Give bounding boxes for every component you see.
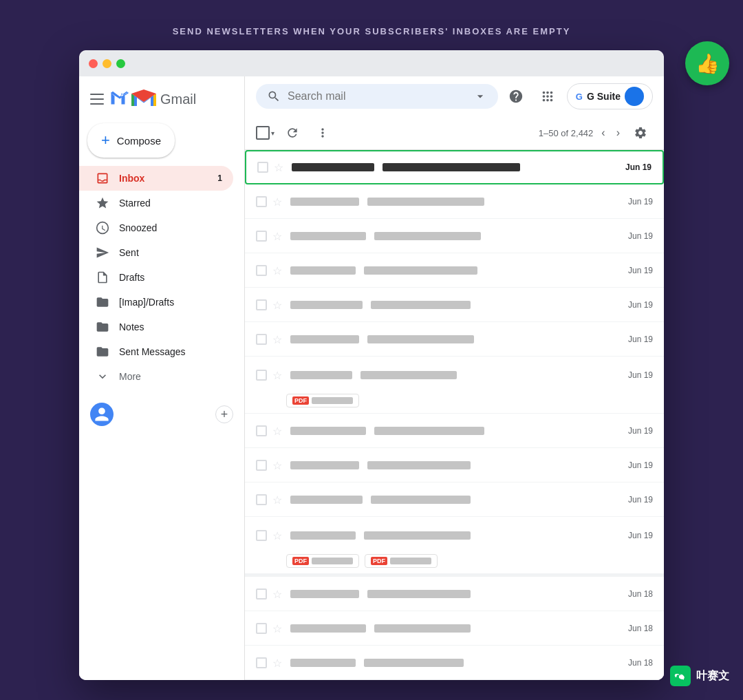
email-row[interactable]: ☆ Jun 19 <box>245 219 664 253</box>
email-checkbox[interactable] <box>256 460 267 471</box>
email-star-icon[interactable]: ☆ <box>272 230 285 242</box>
pdf-attachment[interactable]: PDF <box>286 394 359 407</box>
select-dropdown-arrow[interactable]: ▾ <box>271 129 274 137</box>
browser-titlebar <box>79 50 664 76</box>
page-headline: SEND NEWSLETTERS WHEN YOUR SUBSCRIBERS' … <box>0 0 743 50</box>
attachment-area: PDF <box>245 391 664 413</box>
email-body <box>290 590 623 598</box>
inbox-icon <box>96 171 109 185</box>
sidebar-item-drafts[interactable]: Drafts <box>79 265 233 290</box>
email-row[interactable]: ☆ Jun 19 <box>245 253 664 288</box>
email-star-icon[interactable]: ☆ <box>272 299 285 311</box>
sidebar-item-sent-messages[interactable]: Sent Messages <box>79 339 233 364</box>
email-star-icon[interactable]: ☆ <box>272 529 285 542</box>
sidebar-item-inbox[interactable]: Inbox 1 <box>79 166 233 191</box>
email-checkbox[interactable] <box>256 265 267 276</box>
search-bar[interactable] <box>256 84 498 109</box>
sidebar-item-imap-drafts[interactable]: [Imap]/Drafts <box>79 290 233 315</box>
sidebar-item-starred[interactable]: Starred <box>79 191 233 215</box>
apps-button[interactable] <box>535 84 560 109</box>
thumbs-up-badge: 👍 <box>685 41 729 85</box>
email-star-icon[interactable]: ☆ <box>272 333 285 346</box>
select-all-checkbox[interactable] <box>256 126 270 140</box>
email-checkbox[interactable] <box>257 162 268 173</box>
email-subject <box>371 301 471 309</box>
email-row[interactable]: ☆ Jun 18 <box>245 577 664 611</box>
email-checkbox[interactable] <box>256 334 267 345</box>
user-avatar[interactable] <box>90 403 114 426</box>
pdf-filename <box>312 558 353 564</box>
email-subject <box>367 198 484 206</box>
email-star-icon[interactable]: ☆ <box>274 161 286 173</box>
email-star-icon[interactable]: ☆ <box>272 622 285 635</box>
dot-maximize[interactable] <box>116 59 125 68</box>
email-star-icon[interactable]: ☆ <box>272 425 285 437</box>
email-star-icon[interactable]: ☆ <box>272 657 285 669</box>
email-body <box>290 427 623 435</box>
dot-minimize[interactable] <box>103 59 111 68</box>
add-account-button[interactable]: + <box>215 405 233 423</box>
hamburger-menu-icon[interactable] <box>90 94 104 105</box>
imap-drafts-label: [Imap]/Drafts <box>119 297 174 308</box>
email-checkbox[interactable] <box>256 494 267 505</box>
compose-button[interactable]: + Compose <box>87 123 175 158</box>
email-row-with-double-attachment[interactable]: ☆ Jun 19 PDF PDF <box>245 517 664 574</box>
email-date: Jun 19 <box>628 266 653 275</box>
email-star-icon[interactable]: ☆ <box>272 588 285 600</box>
email-body <box>290 232 623 240</box>
search-input[interactable] <box>288 90 466 103</box>
email-row[interactable]: ☆ Jun 19 <box>245 414 664 448</box>
browser-window: Gmail + Compose Inbox 1 Starred <box>79 50 664 680</box>
next-page-button[interactable]: › <box>614 124 623 142</box>
sidebar-item-snoozed[interactable]: Snoozed <box>79 215 233 240</box>
pdf-attachment-1[interactable]: PDF <box>286 554 359 568</box>
email-subject <box>364 659 464 667</box>
email-checkbox[interactable] <box>256 425 267 436</box>
email-sender <box>290 232 366 240</box>
gmail-header: Gmail <box>79 82 244 120</box>
sidebar-item-notes[interactable]: Notes <box>79 315 233 339</box>
pdf-attachment-2[interactable]: PDF <box>365 554 438 568</box>
email-row[interactable]: ☆ Jun 19 <box>245 448 664 482</box>
refresh-button[interactable] <box>280 120 305 145</box>
gsuite-avatar <box>625 87 644 106</box>
email-star-icon[interactable]: ☆ <box>272 195 285 208</box>
email-row[interactable]: ☆ Jun 19 <box>245 288 664 322</box>
email-checkbox[interactable] <box>256 657 267 668</box>
email-checkbox[interactable] <box>256 623 267 634</box>
prev-page-button[interactable]: ‹ <box>599 124 607 142</box>
email-checkbox[interactable] <box>256 299 267 310</box>
more-options-button[interactable] <box>310 120 335 145</box>
email-row: ☆ Jun 19 <box>245 517 664 551</box>
email-date: Jun 19 <box>628 370 653 380</box>
email-checkbox[interactable] <box>256 530 267 541</box>
email-date: Jun 19 <box>628 426 653 436</box>
email-row[interactable]: ☆ Jun 19 <box>245 482 664 517</box>
email-row[interactable]: ☆ Jun 18 <box>245 646 664 680</box>
email-row[interactable]: ☆ Jun 19 <box>245 322 664 357</box>
sidebar-item-more[interactable]: More <box>79 364 233 389</box>
email-checkbox[interactable] <box>256 231 267 242</box>
dot-close[interactable] <box>89 59 98 68</box>
email-row[interactable]: ☆ Jun 19 <box>245 150 664 184</box>
email-subject <box>367 335 474 343</box>
email-row-with-attachment[interactable]: ☆ Jun 19 PDF <box>245 357 664 414</box>
email-row[interactable]: ☆ Jun 19 <box>245 184 664 219</box>
help-button[interactable] <box>504 84 528 109</box>
settings-button[interactable] <box>628 120 653 145</box>
sidebar-item-sent[interactable]: Sent <box>79 240 233 265</box>
search-dropdown-icon[interactable] <box>473 89 487 103</box>
email-star-icon[interactable]: ☆ <box>272 459 285 471</box>
email-checkbox[interactable] <box>256 196 267 207</box>
email-checkbox[interactable] <box>256 588 267 600</box>
email-star-icon[interactable]: ☆ <box>272 264 285 277</box>
email-date: Jun 19 <box>628 231 653 241</box>
email-checkbox[interactable] <box>256 370 267 381</box>
notes-icon <box>96 320 109 334</box>
email-star-icon[interactable]: ☆ <box>272 369 285 381</box>
email-row[interactable]: ☆ Jun 18 <box>245 611 664 646</box>
search-toolbar: G G Suite <box>245 76 664 116</box>
gsuite-button[interactable]: G G Suite <box>567 83 653 109</box>
email-star-icon[interactable]: ☆ <box>272 494 285 506</box>
email-subject <box>371 496 471 504</box>
